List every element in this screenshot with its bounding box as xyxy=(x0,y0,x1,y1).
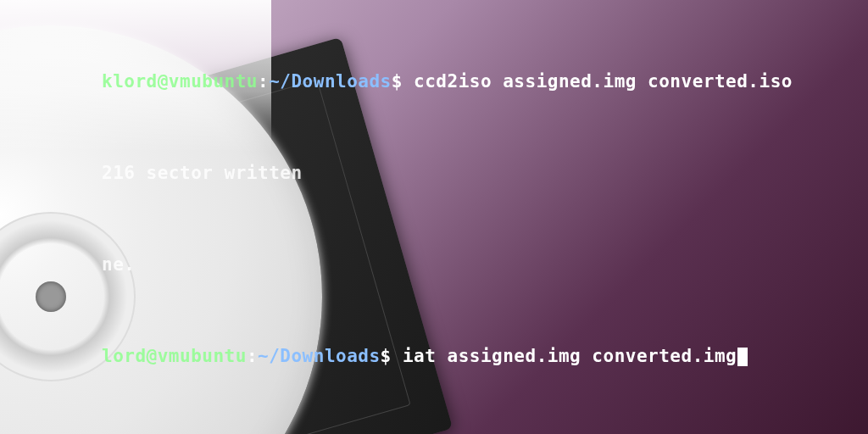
prompt-user: klord@vmubuntu xyxy=(102,71,258,92)
prompt-separator: : xyxy=(258,71,269,92)
terminal-overlay: klord@vmubuntu:~/Downloads$ ccd2iso assi… xyxy=(0,5,868,402)
prompt-separator: : xyxy=(247,346,258,366)
terminal-line-2[interactable]: lord@vmubuntu:~/Downloads$ iat assigned.… xyxy=(102,341,868,371)
command-2: iat assigned.img converted.img xyxy=(403,346,737,366)
prompt-user: lord@vmubuntu xyxy=(102,346,247,366)
terminal-line-1[interactable]: klord@vmubuntu:~/Downloads$ ccd2iso assi… xyxy=(102,66,868,97)
prompt-dollar: $ xyxy=(392,71,403,92)
prompt-path: ~/Downloads xyxy=(258,346,381,366)
command-1: ccd2iso assigned.img converted.iso xyxy=(414,71,793,92)
terminal-cursor xyxy=(737,348,748,366)
prompt-path: ~/Downloads xyxy=(269,71,392,92)
terminal-output-1: 216 sector written xyxy=(102,158,868,188)
prompt-dollar: $ xyxy=(381,346,392,366)
terminal-output-2: ne. xyxy=(102,249,868,280)
